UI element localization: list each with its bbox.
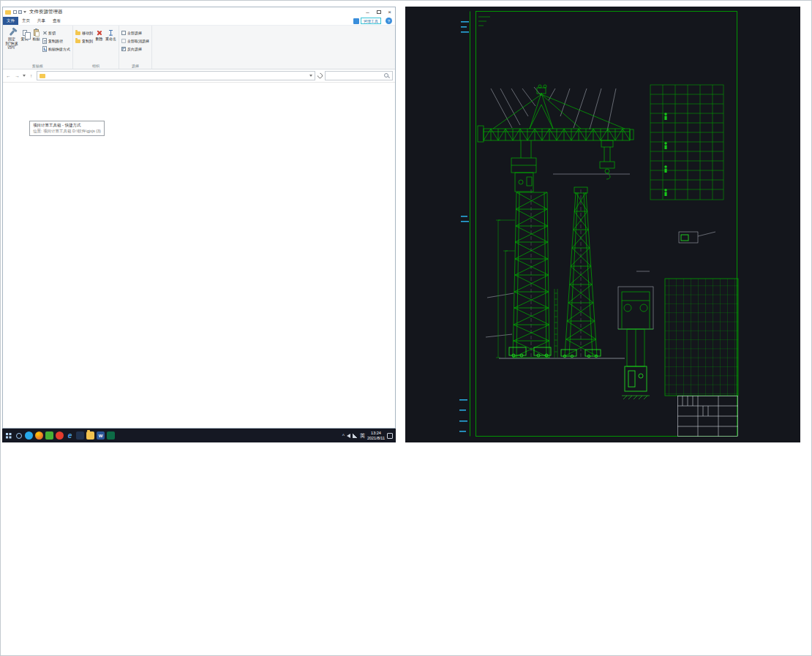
cad-app-icon [107,431,115,440]
taskbar-app-ie[interactable]: e [65,429,75,442]
tab-bar-spacer [64,17,353,25]
tab-view[interactable]: 查看 [49,17,64,25]
manage-tools-button[interactable]: 管理工具 [361,18,381,24]
qq-browser-icon [25,431,33,440]
tab-file[interactable]: 文件 [3,17,18,25]
address-bar: ← → ↑ [3,69,395,83]
select-group-label: 选择 [119,64,151,68]
back-button[interactable]: ← [5,73,12,78]
search-input[interactable] [328,74,383,78]
specification-grid [665,279,738,396]
cad-viewport[interactable] [405,7,800,442]
copy-path-button[interactable]: 复制路径 [42,37,70,45]
maximize-button[interactable] [373,7,384,17]
ribbon: 固定到"快速访问" 复制 粘贴 剪切 复制 [3,26,395,69]
rename-button[interactable]: 重命名 [105,27,116,62]
photoshop-icon [76,431,84,440]
ribbon-group-clipboard: 固定到"快速访问" 复制 粘贴 剪切 复制 [3,26,73,69]
copy-to-folder-icon [75,39,80,43]
rename-label: 重命名 [105,37,116,42]
quick-access-toolbar[interactable] [13,10,26,14]
ribbon-group-select: 全部选择 全部取消选择 反向选择 选择 [119,26,152,69]
folder-content-area[interactable]: 项目计算工具箱 - 快捷方式 位置: 项目计算工具箱 D:\软件\gjxjs (… [3,83,395,428]
firefox-icon [35,431,43,440]
qat-customize-dropdown-icon[interactable] [23,11,26,13]
close-button[interactable]: × [384,7,395,17]
copy-path-label: 复制路径 [48,39,63,43]
cut-button[interactable]: 剪切 [42,29,70,37]
ie-icon: e [66,431,74,440]
copy-button[interactable]: 复制 [19,27,30,62]
start-button[interactable] [4,429,13,442]
move-to-label: 移动到 [82,31,93,35]
system-tray: ^ 英 13:24 2021/8/11 [342,431,394,440]
move-to-button[interactable]: 移动到 [75,29,93,37]
network-icon[interactable] [353,434,358,438]
taskbar-app-cad[interactable] [106,429,116,442]
explorer-app-icon [5,10,11,15]
qat-new-folder-icon[interactable] [18,10,22,14]
search-button[interactable] [14,429,23,442]
taskbar-app-qq[interactable] [24,429,34,442]
move-to-folder-icon [75,31,80,35]
paste-shortcut-label: 粘贴快捷方式 [48,47,70,51]
delete-x-icon [97,30,102,36]
action-center-icon[interactable] [387,433,393,439]
help-icon[interactable]: ? [386,18,392,24]
clock-date: 2021/8/11 [367,436,385,441]
select-all-icon [121,31,126,35]
taskbar-app-opera[interactable] [55,429,64,442]
select-none-button[interactable]: 全部取消选择 [121,37,149,45]
clock-time: 13:24 [367,431,385,436]
paste-shortcut-icon [42,46,47,52]
invert-selection-button[interactable]: 反向选择 [121,45,149,53]
ime-language-indicator[interactable]: 英 [360,432,365,440]
file-explorer-icon [86,431,94,440]
taskbar-app-word[interactable]: W [96,429,105,442]
copy-to-button[interactable]: 复制到 [75,37,93,45]
cortana-search-icon [16,433,22,439]
select-none-label: 全部取消选择 [127,39,149,43]
up-button[interactable]: ↑ [28,73,34,78]
shortcut-tooltip: 项目计算工具箱 - 快捷方式 位置: 项目计算工具箱 D:\软件\gjxjs (… [29,121,105,136]
forward-button[interactable]: → [14,73,20,78]
pin-to-quick-access-button[interactable]: 固定到"快速访问" [5,27,18,62]
pin-to-quick-access-label: 固定到"快速访问" [5,37,18,50]
rename-icon [108,30,113,36]
paste-icon [34,29,39,36]
copy-icon [23,30,27,36]
delete-button[interactable]: 删除 [94,27,105,62]
tray-expand-icon[interactable]: ^ [342,433,345,438]
recent-locations-dropdown-icon[interactable] [23,75,26,77]
wechat-icon [45,431,53,440]
taskbar-app-photoshop[interactable] [75,429,85,442]
tooltip-location: 位置: 项目计算工具箱 D:\软件\gjxjs (3) [33,129,101,135]
tab-share[interactable]: 共享 [34,17,49,25]
taskbar-app-firefox[interactable] [34,429,44,442]
tooltip-title: 项目计算工具箱 - 快捷方式 [33,123,101,129]
title-bar[interactable]: 文件资源管理器 – × [3,7,395,17]
address-dropdown-icon[interactable] [309,75,312,77]
taskbar-clock[interactable]: 13:24 2021/8/11 [367,431,385,440]
clipboard-group-label: 剪贴板 [3,64,72,68]
window-title: 文件资源管理器 [29,9,362,15]
search-box[interactable] [325,71,393,80]
address-input[interactable] [37,71,315,80]
ribbon-tab-bar: 文件 主页 共享 查看 管理工具 ? [3,17,395,26]
volume-icon[interactable] [347,434,350,438]
select-all-label: 全部选择 [127,31,142,35]
taskbar-app-wechat[interactable] [45,429,54,442]
refresh-icon[interactable] [317,72,324,80]
desktop: 文件资源管理器 – × 文件 主页 共享 查看 管理工具 ? 固定到"快速访问" [0,0,812,656]
invert-selection-label: 反向选择 [127,47,142,51]
paste-shortcut-button[interactable]: 粘贴快捷方式 [42,45,70,53]
qat-properties-icon[interactable] [13,10,17,14]
select-none-icon [121,39,126,43]
taskbar-app-explorer[interactable] [86,429,95,442]
word-icon: W [97,431,105,440]
minimize-button[interactable]: – [362,7,373,17]
tab-home[interactable]: 主页 [18,17,34,25]
cad-drawing [405,7,800,442]
select-all-button[interactable]: 全部选择 [121,29,149,37]
paste-button[interactable]: 粘贴 [31,27,42,62]
